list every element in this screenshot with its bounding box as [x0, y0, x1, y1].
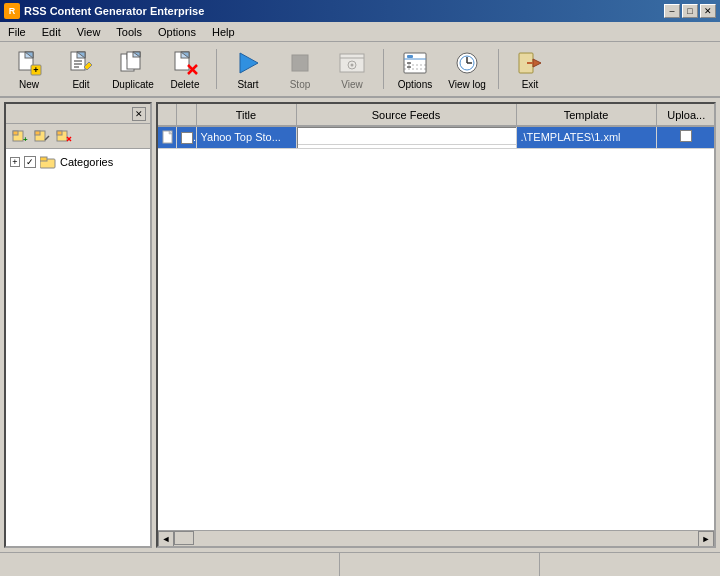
delete-icon — [171, 49, 199, 77]
menu-view[interactable]: View — [69, 22, 109, 41]
minimize-button[interactable]: – — [664, 4, 680, 18]
row-feeds-cell: http://rss.news.yahoo.com/rss/topstoie..… — [296, 126, 516, 148]
view-icon — [338, 49, 366, 77]
svg-rect-30 — [407, 66, 411, 68]
menu-bar: File Edit View Tools Options Help — [0, 22, 720, 42]
horizontal-scrollbar[interactable]: ◄ ► — [158, 530, 714, 546]
menu-edit[interactable]: Edit — [34, 22, 69, 41]
col-header-check2 — [176, 104, 196, 126]
left-panel-close-button[interactable]: ✕ — [132, 107, 146, 121]
options-icon — [401, 49, 429, 77]
start-button[interactable]: Start — [223, 45, 273, 93]
col-header-template: Template — [516, 104, 656, 126]
svg-rect-29 — [407, 62, 411, 64]
delete-button[interactable]: Delete — [160, 45, 210, 93]
row-title-cell: Yahoo Top Sto... — [196, 126, 296, 148]
close-button[interactable]: ✕ — [700, 4, 716, 18]
svg-point-26 — [351, 63, 354, 66]
svg-text:+: + — [23, 135, 28, 144]
categories-label: Categories — [60, 156, 113, 168]
svg-rect-28 — [407, 55, 413, 58]
data-table: Title Source Feeds Template Uploa... — [158, 104, 714, 149]
viewlog-label: View log — [448, 79, 486, 90]
app-icon: R — [4, 3, 20, 19]
options-label: Options — [398, 79, 432, 90]
right-panel: Title Source Feeds Template Uploa... — [156, 102, 716, 548]
stop-button[interactable]: Stop — [275, 45, 325, 93]
left-panel-header: ✕ — [6, 104, 150, 124]
svg-rect-44 — [57, 131, 62, 135]
svg-marker-21 — [240, 53, 258, 73]
duplicate-label: Duplicate — [112, 79, 154, 90]
scroll-thumb[interactable] — [174, 531, 194, 545]
svg-rect-38 — [13, 131, 18, 135]
status-pane-1 — [0, 553, 340, 576]
row-checkbox-cell[interactable]: ✓ — [176, 126, 196, 148]
tree-expand-icon[interactable]: + — [10, 157, 20, 167]
col-header-upload: Uploa... — [656, 104, 714, 126]
view-label: View — [341, 79, 363, 90]
view-button[interactable]: View — [327, 45, 377, 93]
exit-icon — [516, 49, 544, 77]
duplicate-button[interactable]: Duplicate — [108, 45, 158, 93]
menu-tools[interactable]: Tools — [108, 22, 150, 41]
status-bar — [0, 552, 720, 576]
rename-category-button[interactable] — [32, 126, 52, 146]
left-panel: ✕ + — [4, 102, 152, 548]
toolbar-separator-3 — [498, 49, 499, 89]
window-controls: – □ ✕ — [664, 4, 716, 18]
status-pane-2 — [340, 553, 540, 576]
tree-item-categories[interactable]: + Categories — [10, 153, 146, 171]
start-label: Start — [237, 79, 258, 90]
scroll-track[interactable] — [174, 531, 698, 546]
col-header-feeds: Source Feeds — [296, 104, 516, 126]
table-header-row: Title Source Feeds Template Uploa... — [158, 104, 714, 126]
viewlog-button[interactable]: View log — [442, 45, 492, 93]
stop-label: Stop — [290, 79, 311, 90]
row-template-cell: .\TEMPLATES\1.xml — [516, 126, 656, 148]
duplicate-icon — [119, 49, 147, 77]
stop-icon — [286, 49, 314, 77]
options-button[interactable]: Options — [390, 45, 440, 93]
scroll-right-button[interactable]: ► — [698, 531, 714, 547]
edit-label: Edit — [72, 79, 89, 90]
toolbar: + New Edit — [0, 42, 720, 98]
tree-checkbox-categories[interactable] — [24, 156, 36, 168]
row-upload-cell[interactable] — [656, 126, 714, 148]
col-header-check1 — [158, 104, 176, 126]
tree-area: + Categories — [6, 149, 150, 548]
new-label: New — [19, 79, 39, 90]
col-header-title: Title — [196, 104, 296, 126]
exit-button[interactable]: Exit — [505, 45, 555, 93]
svg-line-42 — [45, 136, 49, 140]
row-doc-icon — [162, 130, 176, 144]
viewlog-icon — [453, 49, 481, 77]
delete-category-button[interactable] — [54, 126, 74, 146]
svg-rect-41 — [35, 131, 40, 135]
new-icon: + — [15, 49, 43, 77]
toolbar-separator-2 — [383, 49, 384, 89]
maximize-button[interactable]: □ — [682, 4, 698, 18]
main-area: ✕ + — [0, 98, 720, 552]
svg-text:+: + — [33, 65, 38, 75]
row-icon-cell — [158, 126, 176, 148]
new-category-button[interactable]: + — [10, 126, 30, 146]
scroll-left-button[interactable]: ◄ — [158, 531, 174, 547]
delete-label: Delete — [171, 79, 200, 90]
left-panel-toolbar: + — [6, 124, 150, 149]
exit-label: Exit — [522, 79, 539, 90]
svg-rect-22 — [292, 55, 308, 71]
window-title: RSS Content Generator Enterprise — [24, 5, 204, 17]
new-button[interactable]: + New — [4, 45, 54, 93]
title-bar: R RSS Content Generator Enterprise – □ ✕ — [0, 0, 720, 22]
feed-item-1: http://rss.news.yahoo.com/rss/topstoie..… — [298, 128, 516, 145]
menu-help[interactable]: Help — [204, 22, 243, 41]
feed-item-2: http://rss.news.yahoo.com/rss/world... — [298, 145, 516, 148]
menu-options[interactable]: Options — [150, 22, 204, 41]
status-pane-3 — [540, 553, 720, 576]
edit-icon — [67, 49, 95, 77]
menu-file[interactable]: File — [0, 22, 34, 41]
table-row[interactable]: ✓ Yahoo Top Sto... http://rss.news.yahoo… — [158, 126, 714, 148]
edit-button[interactable]: Edit — [56, 45, 106, 93]
svg-rect-48 — [40, 157, 47, 161]
